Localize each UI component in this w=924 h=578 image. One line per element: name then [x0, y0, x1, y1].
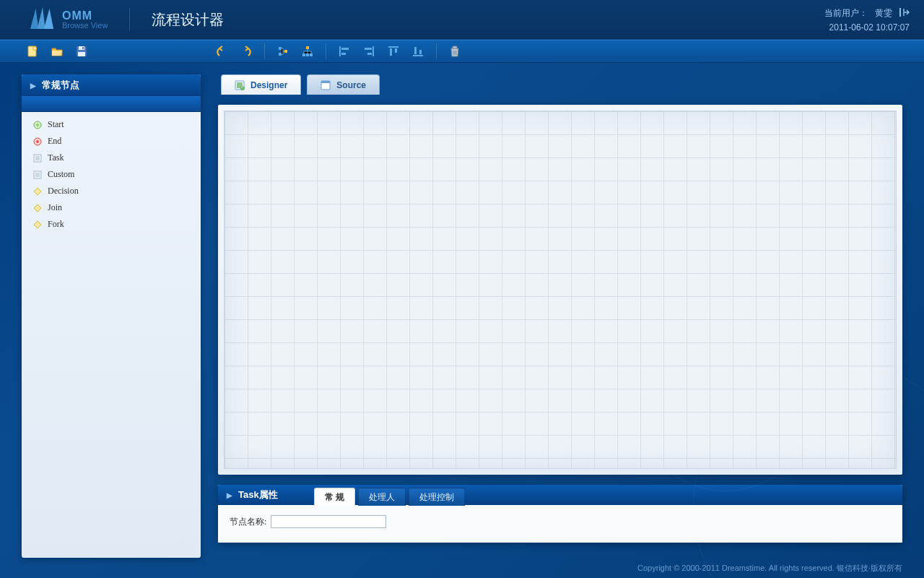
tab-source[interactable]: Source: [307, 74, 380, 95]
tree-all-button[interactable]: [295, 41, 320, 61]
svg-rect-7: [279, 47, 282, 50]
ptab-control[interactable]: 处理控制: [409, 488, 465, 506]
properties-body: 节点名称:: [218, 505, 902, 543]
logo: OMM Browse View: [29, 6, 108, 33]
node-name-input[interactable]: [271, 515, 386, 528]
svg-rect-25: [419, 50, 422, 54]
new-file-button[interactable]: [20, 41, 45, 61]
svg-rect-0: [899, 8, 901, 17]
collapse-arrow-icon[interactable]: ▶: [227, 491, 232, 499]
page-title: 流程设计器: [152, 10, 224, 30]
palette-item-label: End: [48, 136, 61, 147]
palette-item-start[interactable]: Start: [30, 118, 192, 131]
header-divider: [129, 8, 130, 31]
diamond-icon: [33, 220, 42, 229]
logo-title: OMM: [62, 10, 108, 22]
properties-tabs: 常 规 处理人 处理控制: [314, 487, 465, 505]
circle-red-icon: [33, 137, 42, 146]
align-bottom-button[interactable]: [406, 41, 430, 61]
svg-rect-10: [306, 46, 309, 49]
svg-rect-22: [395, 48, 397, 53]
main-area: ▶ 常规节点 StartEndTaskCustomDecisionJoinFor…: [0, 63, 924, 558]
svg-rect-12: [306, 53, 309, 56]
save-button[interactable]: [69, 41, 94, 61]
svg-rect-18: [365, 48, 372, 50]
svg-point-31: [36, 124, 39, 126]
diamond-icon: [33, 204, 42, 212]
palette-item-fork[interactable]: Fork: [30, 217, 192, 231]
properties-title: Task属性: [238, 488, 278, 501]
svg-rect-46: [321, 81, 330, 83]
user-label: 当前用户：: [824, 7, 868, 20]
logout-icon[interactable]: [899, 8, 910, 19]
svg-rect-8: [279, 53, 282, 56]
tab-source-label: Source: [336, 80, 366, 90]
ptab-handler[interactable]: 处理人: [358, 488, 406, 506]
app-header: OMM Browse View 流程设计器 当前用户： 黄雯 2011-06-0…: [0, 0, 924, 40]
timestamp: 2011-06-02 10:07:07: [824, 22, 910, 33]
toolbar: [0, 40, 924, 63]
source-tab-icon: [321, 80, 331, 90]
palette-item-label: Task: [48, 152, 64, 163]
node-name-row: 节点名称:: [230, 515, 891, 528]
palette-item-label: Fork: [48, 219, 64, 230]
user-name: 黄雯: [875, 7, 892, 20]
svg-rect-26: [453, 46, 457, 48]
undo-button[interactable]: [209, 41, 234, 61]
palette-item-label: Start: [48, 119, 64, 130]
designer-tabs: Designer Source: [221, 74, 902, 95]
logo-subtitle: Browse View: [62, 22, 108, 30]
svg-rect-6: [82, 47, 84, 49]
footer-copyright: Copyright © 2000-2011 Dreamstime. All ri…: [637, 563, 902, 574]
delete-button[interactable]: [443, 41, 467, 61]
circle-green-icon: [33, 121, 42, 129]
align-left-button[interactable]: [332, 41, 357, 61]
palette-list: StartEndTaskCustomDecisionJoinFork: [22, 112, 201, 237]
redo-button[interactable]: [234, 41, 258, 61]
diamond-icon: [33, 187, 42, 196]
canvas-container: [218, 105, 902, 475]
svg-rect-16: [341, 53, 346, 55]
ptab-general[interactable]: 常 规: [314, 488, 355, 506]
palette-item-label: Join: [48, 202, 62, 213]
open-folder-button[interactable]: [45, 41, 69, 61]
content-column: Designer Source ▶ Task属性 常 规 处理人 处理控制: [218, 74, 902, 558]
align-right-button[interactable]: [357, 41, 381, 61]
tab-designer[interactable]: Designer: [221, 74, 301, 95]
svg-point-33: [36, 140, 39, 143]
svg-rect-9: [284, 50, 287, 53]
palette-item-label: Custom: [48, 169, 74, 180]
palette-panel: ▶ 常规节点 StartEndTaskCustomDecisionJoinFor…: [22, 74, 201, 558]
align-top-button[interactable]: [381, 41, 406, 61]
palette-active-band: [22, 96, 201, 112]
sheet-icon: [33, 154, 42, 163]
palette-title: 常规节点: [42, 79, 79, 92]
svg-rect-5: [78, 52, 85, 56]
design-canvas[interactable]: [224, 111, 897, 469]
svg-rect-19: [367, 53, 372, 55]
palette-item-decision[interactable]: Decision: [30, 184, 192, 198]
svg-rect-21: [390, 48, 392, 56]
logo-icon: [29, 6, 56, 33]
properties-panel: ▶ Task属性 常 规 处理人 处理控制 节点名称:: [218, 485, 902, 543]
svg-rect-15: [341, 48, 349, 50]
collapse-arrow-icon: ▶: [30, 82, 36, 90]
sheet-icon: [33, 171, 42, 179]
tree-expand-button[interactable]: [271, 41, 295, 61]
palette-item-end[interactable]: End: [30, 134, 192, 148]
svg-rect-24: [414, 47, 417, 54]
palette-item-join[interactable]: Join: [30, 201, 192, 215]
palette-item-label: Decision: [48, 186, 79, 197]
palette-item-custom[interactable]: Custom: [30, 168, 192, 181]
palette-header[interactable]: ▶ 常规节点: [22, 74, 201, 96]
header-user-block: 当前用户： 黄雯 2011-06-02 10:07:07: [824, 7, 910, 33]
palette-item-task[interactable]: Task: [30, 151, 192, 165]
svg-rect-11: [302, 53, 305, 56]
designer-tab-icon: [235, 80, 245, 90]
svg-rect-13: [310, 53, 313, 56]
tab-designer-label: Designer: [250, 80, 287, 90]
properties-header: ▶ Task属性 常 规 处理人 处理控制: [218, 485, 902, 505]
node-name-label: 节点名称:: [230, 516, 266, 528]
